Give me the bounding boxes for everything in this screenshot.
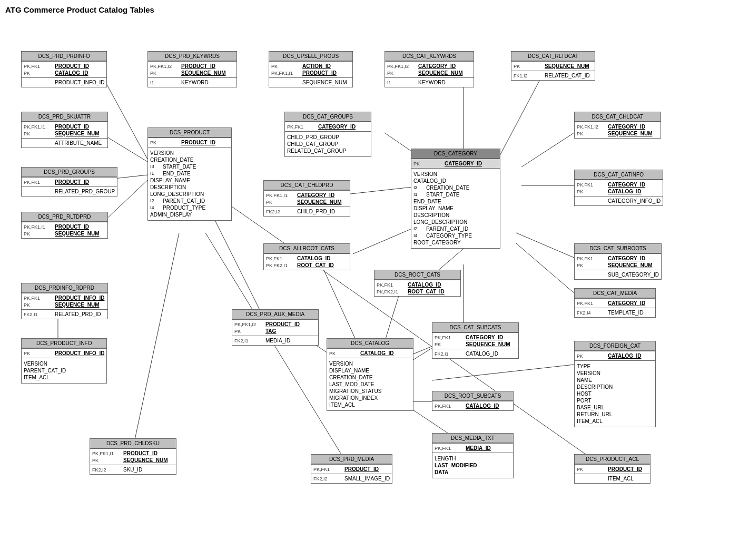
table-dcs-prd-keywrds: DCS_PRD_KEYWRDS PK,FK1,I2PRODUCT_ID PKSE… (147, 51, 237, 87)
table-dcs-media-txt: DCS_MEDIA_TXT PK,FK1MEDIA_ID LENGTH LAST… (432, 433, 514, 478)
table-dcs-cat-keywrds: DCS_CAT_KEYWRDS PK,FK1,I2CATEGORY_ID PKS… (385, 51, 474, 87)
table-dcs-product-info: DCS_PRODUCT_INFO PKPRODUCT_INFO_ID VERSI… (21, 338, 107, 384)
table-dcs-cat-subroots: DCS_CAT_SUBROOTS PK,FK1CATEGORY_ID PKSEQ… (574, 243, 662, 280)
table-dcs-root-cats: DCS_ROOT_CATS PK,FK1CATALOG_ID PK,FK2,I1… (374, 270, 461, 297)
table-dcs-prdinfo-rdprd: DCS_PRDINFO_RDPRD PK,FK1PRODUCT_INFO_ID … (21, 283, 108, 319)
table-dcs-upsell-prods: DCS_UPSELL_PRODS PKACTION_ID PK,FK1,I1PR… (269, 51, 353, 87)
table-dcs-prd-skuattr: DCS_PRD_SKUATTR PK,FK1,I1PRODUCT_ID PKSE… (21, 112, 108, 148)
table-dcs-prd-rltdprd: DCS_PRD_RLTDPRD PK,FK1,I1PRODUCT_ID PKSE… (21, 212, 108, 239)
svg-line-22 (432, 365, 574, 380)
table-title-dcs-prd-prdinfo: DCS_PRD_PRDINFO (22, 52, 106, 61)
table-dcs-catalog: DCS_CATALOG PKCATALOG_ID VERSION DISPLAY… (327, 338, 413, 411)
svg-line-9 (495, 75, 543, 164)
table-dcs-cat-rltdcat: DCS_CAT_RLTDCAT PKSEQUENCE_NUM FK1,I2REL… (511, 51, 595, 81)
table-dcs-foreign-cat: DCS_FOREIGN_CAT PKCATALOG_ID TYPE VERSIO… (574, 341, 656, 427)
table-dcs-prd-aux-media: DCS_PRD_AUX_MEDIA PK,FK1,I2PRODUCT_ID PK… (232, 309, 319, 346)
table-dcs-allroot-cats: DCS_ALLROOT_CATS PK,FK1CATALOG_ID PK,FK2… (263, 243, 350, 270)
diagram-container: DCS_PRD_PRDINFO PK,FK1PRODUCT_ID PKCATAL… (5, 22, 732, 559)
table-dcs-product-acl: DCS_PRODUCT_ACL PKPRODUCT_ID ITEM_ACL (574, 454, 651, 484)
table-dcs-prd-chldsku: DCS_PRD_CHLDSKU PK,FK1,I1PRODUCT_ID PKSE… (90, 438, 176, 475)
table-dcs-cat-catinfo: DCS_CAT_CATINFO PK,FK1CATEGORY_ID PKCATA… (574, 170, 663, 206)
table-dcs-cat-chldprd: DCS_CAT_CHLDPRD PK,FK1,I1CATEGORY_ID PKS… (263, 180, 350, 217)
svg-line-25 (132, 233, 179, 454)
page-title: ATG Commerce Product Catalog Tables (5, 5, 744, 14)
table-dcs-prd-media: DCS_PRD_MEDIA PK,FK1PRODUCT_ID FK2,I2SMA… (311, 454, 392, 484)
svg-line-7 (521, 133, 574, 167)
table-dcs-cat-media: DCS_CAT_MEDIA PK,FK1CATEGORY_ID FK2,I4TE… (574, 288, 656, 318)
table-dcs-cat-chldcat: DCS_CAT_CHLDCAT PK,FK1,I2CATEGORY_ID PKS… (574, 112, 661, 139)
table-dcs-category: DCS_CATEGORY PKCATEGORY_ID VERSION CATAL… (411, 149, 500, 249)
table-dcs-product: DCS_PRODUCT PKPRODUCT_ID VERSION CREATIO… (147, 127, 232, 221)
table-dcs-prd-groups: DCS_PRD_GROUPS PK,FK1PRODUCT_ID RELATED_… (21, 167, 117, 197)
table-dcs-prd-prdinfo: DCS_PRD_PRDINFO PK,FK1PRODUCT_ID PKCATAL… (21, 51, 107, 87)
table-dcs-cat-subcats: DCS_CAT_SUBCATS PK,FK1CATEGORY_ID PKSEQU… (432, 322, 519, 359)
table-dcs-cat-groups: DCS_CAT_GROUPS PK,FK1CATEGORY_ID CHILD_P… (284, 112, 371, 157)
table-dcs-root-subcats: DCS_ROOT_SUBCATS PK,FK1CATALOG_ID (432, 391, 514, 411)
